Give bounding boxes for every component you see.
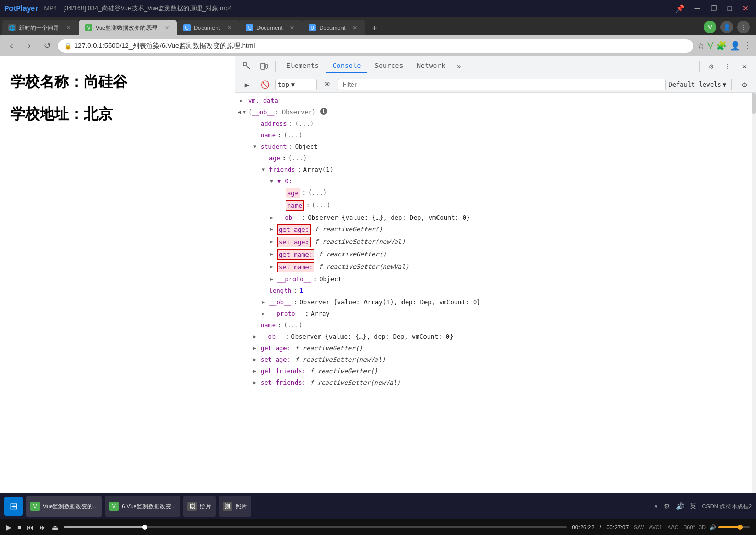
stop-button[interactable]: 🚫 bbox=[257, 77, 272, 92]
more-tabs-button[interactable]: » bbox=[453, 60, 465, 73]
line-friends[interactable]: ▼ friends: Array(1) bbox=[235, 164, 756, 175]
run-button[interactable]: ▶ bbox=[240, 77, 254, 92]
settings-button[interactable]: ⚙ bbox=[704, 59, 718, 74]
volume-bar[interactable] bbox=[718, 526, 750, 528]
line-proto-obj[interactable]: ▶ __proto__: Object bbox=[235, 274, 756, 285]
account-icon[interactable]: 👤 bbox=[730, 41, 740, 51]
expand-arrow-ob[interactable]: ▼ bbox=[243, 108, 246, 117]
expand-ob-array[interactable]: ▶ bbox=[262, 298, 265, 307]
expand-student[interactable]: ▼ bbox=[253, 142, 256, 151]
inspect-element-button[interactable] bbox=[240, 59, 254, 74]
expand-proto-array[interactable]: ▶ bbox=[262, 309, 265, 318]
play-button[interactable]: ▶ bbox=[6, 523, 12, 531]
line-get-friends-root[interactable]: ▶ get friends: f reactiveGetter() bbox=[235, 365, 756, 377]
bookmark-icon[interactable]: ☆ bbox=[697, 41, 704, 51]
prev-button[interactable]: ⏮ bbox=[27, 523, 34, 531]
log-levels-selector[interactable]: Default levels ▼ bbox=[669, 81, 726, 88]
volume-control[interactable]: 🔊 bbox=[709, 524, 750, 531]
close-devtools-button[interactable]: ✕ bbox=[737, 59, 752, 74]
tab-4[interactable]: U Document ✕ bbox=[240, 20, 302, 35]
tab-network[interactable]: Network bbox=[410, 60, 452, 73]
console-scrollbar-track[interactable] bbox=[752, 93, 756, 493]
line-ob-root[interactable]: ▶ __ob__: Observer {value: {…}, dep: Dep… bbox=[235, 331, 756, 342]
close-button[interactable]: ✕ bbox=[739, 3, 752, 14]
next-button[interactable]: ⏭ bbox=[39, 523, 46, 531]
tab-3-close[interactable]: ✕ bbox=[225, 23, 233, 32]
taskbar-item-3[interactable]: 🖼 照片 bbox=[183, 496, 216, 517]
minimize-button[interactable]: ─ bbox=[692, 3, 703, 14]
stop-button-media[interactable]: ■ bbox=[17, 523, 21, 531]
view-360[interactable]: 360° bbox=[683, 524, 695, 530]
expand-get-age-root[interactable]: ▶ bbox=[253, 343, 256, 353]
line-get-age[interactable]: ▶ get age: f reactiveGetter() bbox=[235, 223, 756, 236]
view-3d[interactable]: 3D bbox=[699, 524, 706, 530]
line-vm-data[interactable]: ▶ vm._data bbox=[235, 95, 756, 106]
device-toggle-button[interactable] bbox=[256, 59, 271, 74]
line-index-0[interactable]: ▼ ▼ 0: bbox=[235, 175, 756, 187]
tab-sources[interactable]: Sources bbox=[368, 60, 409, 73]
restore-button[interactable]: ❐ bbox=[707, 3, 720, 14]
expand-friends[interactable]: ▼ bbox=[262, 165, 265, 174]
expand-0[interactable]: ▼ bbox=[270, 176, 273, 186]
filter-input[interactable] bbox=[338, 79, 666, 90]
extensions-button[interactable]: V bbox=[704, 21, 716, 33]
tab-5[interactable]: U Document ✕ bbox=[302, 20, 365, 35]
taskbar-lang[interactable]: 英 bbox=[690, 502, 696, 511]
expand-set-name[interactable]: ▶ bbox=[270, 262, 273, 271]
windows-start-button[interactable]: ⊞ bbox=[4, 497, 23, 516]
context-selector[interactable]: top ▼ bbox=[275, 79, 317, 90]
info-icon[interactable]: ℹ bbox=[320, 108, 327, 115]
taskbar-item-1[interactable]: V Vue监测数据改变的... bbox=[26, 496, 102, 517]
line-ob-observer[interactable]: ▶ __ob__: Observer {value: {…}, dep: Dep… bbox=[235, 212, 756, 223]
taskbar-sound[interactable]: 🔊 bbox=[676, 502, 684, 510]
extensions-icon[interactable]: 🧩 bbox=[716, 41, 727, 51]
maximize-button[interactable]: □ bbox=[725, 3, 735, 14]
expand-set-age-root[interactable]: ▶ bbox=[253, 355, 256, 364]
line-set-friends-root[interactable]: ▶ set friends: f reactiveSetter(newVal) bbox=[235, 377, 756, 388]
eject-button[interactable]: ⏏ bbox=[52, 523, 58, 531]
more-options-button[interactable]: ⋮ bbox=[720, 59, 735, 74]
address-input[interactable]: 🔒 127.0.0.1:5500/12_列表渲染/6.Vue监测数据改变的原理.… bbox=[57, 39, 694, 53]
tab-1-close[interactable]: ✕ bbox=[64, 23, 73, 32]
tab-2-close[interactable]: ✕ bbox=[162, 23, 171, 32]
tab-2[interactable]: V Vue监测数据改变的原理 ✕ bbox=[79, 20, 177, 35]
line-get-age-root[interactable]: ▶ get age: f reactiveGetter() bbox=[235, 342, 756, 354]
expand-get-friends-root[interactable]: ▶ bbox=[253, 366, 256, 376]
new-tab-button[interactable]: + bbox=[368, 21, 382, 35]
menu-button[interactable]: ⋮ bbox=[737, 21, 750, 33]
expand-arrow-vm[interactable]: ▶ bbox=[240, 96, 243, 105]
line-ob-array[interactable]: ▶ __ob__: Observer {value: Array(1), dep… bbox=[235, 296, 756, 308]
console-settings[interactable]: ⚙ bbox=[737, 77, 752, 92]
expand-set-friends-root[interactable]: ▶ bbox=[253, 378, 256, 387]
line-set-age[interactable]: ▶ set age: f reactiveSetter(newVal) bbox=[235, 236, 756, 248]
tab-1[interactable]: 🌐 新时的一个问题 ✕ bbox=[2, 20, 79, 35]
more-icon[interactable]: ⋮ bbox=[743, 41, 752, 51]
line-get-name[interactable]: ▶ get name: f reactiveGetter() bbox=[235, 248, 756, 261]
progress-bar[interactable] bbox=[64, 526, 566, 528]
line-set-name[interactable]: ▶ set name: f reactiveSetter(newVal) bbox=[235, 261, 756, 274]
expand-set-age[interactable]: ▶ bbox=[270, 237, 273, 246]
console-scrollbar-thumb[interactable] bbox=[752, 93, 756, 114]
line-student[interactable]: ▼ student: Object bbox=[235, 141, 756, 152]
back-button[interactable]: ‹ bbox=[4, 39, 19, 53]
extension-icon[interactable]: V bbox=[707, 41, 713, 51]
expand-ob-root[interactable]: ▶ bbox=[253, 332, 256, 341]
expand-get-name[interactable]: ▶ bbox=[270, 249, 273, 259]
tab-elements[interactable]: Elements bbox=[280, 60, 325, 73]
pin-button[interactable]: 📌 bbox=[672, 3, 688, 14]
forward-button[interactable]: › bbox=[22, 39, 37, 53]
line-observer-root[interactable]: ◀ ▼ {__ob__: Observer} ℹ bbox=[235, 106, 756, 118]
tab-4-close[interactable]: ✕ bbox=[288, 23, 296, 32]
tab-3[interactable]: U Document ✕ bbox=[177, 20, 240, 35]
tab-5-close[interactable]: ✕ bbox=[351, 23, 359, 32]
eye-button[interactable]: 👁 bbox=[320, 77, 335, 92]
taskbar-up-arrow[interactable]: ∧ bbox=[654, 503, 658, 510]
line-set-age-root[interactable]: ▶ set age: f reactiveSetter(newVal) bbox=[235, 354, 756, 365]
expand-ob-observer[interactable]: ▶ bbox=[270, 213, 273, 222]
reload-button[interactable]: ↺ bbox=[40, 39, 54, 53]
expand-get-age[interactable]: ▶ bbox=[270, 224, 273, 234]
line-proto-array[interactable]: ▶ __proto__: Array bbox=[235, 308, 756, 319]
profile-button[interactable]: 👤 bbox=[720, 21, 733, 33]
expand-proto[interactable]: ▶ bbox=[270, 275, 273, 284]
taskbar-item-2[interactable]: V 6.Vue监测数据改变... bbox=[105, 496, 180, 517]
